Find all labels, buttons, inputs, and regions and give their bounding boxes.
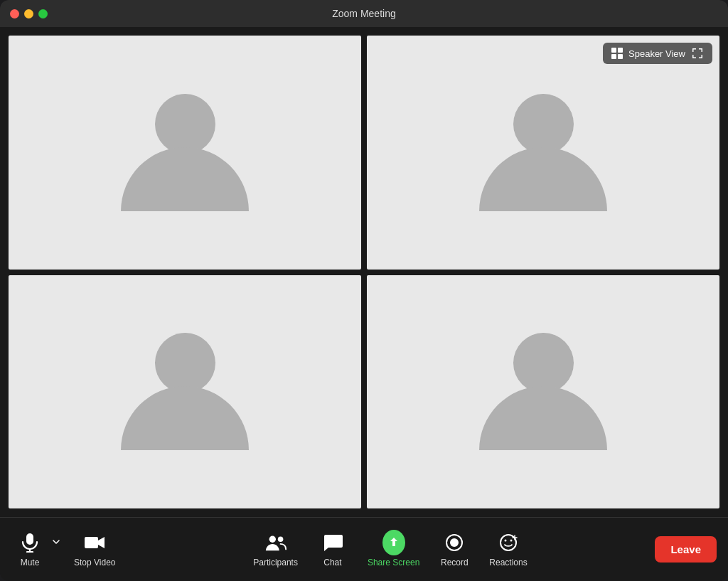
avatar-body-1	[121, 147, 249, 211]
video-tile-3	[9, 275, 361, 509]
participants-icon	[264, 531, 287, 554]
share-screen-button[interactable]: Share Screen	[358, 527, 429, 572]
avatar-placeholder-2	[479, 94, 607, 211]
reactions-button[interactable]: Reactions	[479, 527, 537, 572]
share-screen-circle	[382, 530, 405, 555]
speaker-view-button[interactable]: Speaker View	[603, 43, 712, 64]
svg-rect-0	[26, 533, 33, 545]
grid-icon	[611, 48, 623, 59]
stop-video-button[interactable]: Stop Video	[64, 527, 126, 572]
traffic-lights	[10, 9, 48, 18]
chat-button[interactable]: Chat	[308, 527, 358, 572]
reactions-label: Reactions	[489, 558, 527, 567]
share-screen-icon	[382, 531, 405, 554]
avatar-head-4	[513, 333, 574, 393]
video-tile-1	[9, 36, 361, 270]
mute-chevron[interactable]	[48, 540, 64, 560]
camera-icon	[83, 531, 106, 554]
avatar-body-3	[121, 386, 249, 450]
svg-point-4	[269, 536, 275, 543]
minimize-button[interactable]	[24, 9, 33, 18]
participants-label: Participants	[253, 558, 298, 567]
svg-point-10	[510, 540, 513, 542]
record-button[interactable]: Record	[429, 527, 479, 572]
avatar-placeholder-3	[121, 333, 249, 450]
video-tile-4	[367, 275, 719, 509]
avatar-head-3	[155, 333, 215, 393]
share-screen-label: Share Screen	[368, 558, 419, 567]
stop-video-label: Stop Video	[74, 558, 116, 567]
window-title: Zoom Meeting	[332, 8, 395, 19]
maximize-button[interactable]	[38, 9, 48, 18]
avatar-head-1	[155, 94, 215, 154]
avatar-body-2	[479, 147, 607, 211]
avatar-head-2	[513, 94, 574, 154]
svg-point-7	[450, 538, 459, 547]
mute-label: Mute	[21, 558, 40, 567]
chat-label: Chat	[323, 558, 341, 567]
speaker-view-label: Speaker View	[628, 48, 685, 59]
record-icon	[443, 531, 466, 554]
record-label: Record	[441, 558, 469, 567]
toolbar: Mute Stop Video	[0, 517, 728, 581]
mute-group: Mute	[11, 527, 64, 572]
mute-button[interactable]: Mute	[11, 527, 48, 572]
svg-rect-3	[85, 537, 98, 548]
video-area: Speaker View	[0, 27, 728, 517]
leave-button[interactable]: Leave	[655, 536, 717, 563]
expand-icon	[691, 47, 704, 60]
toolbar-center: Participants Chat Share Screen	[126, 527, 655, 572]
video-tile-2	[367, 36, 719, 270]
svg-point-5	[277, 537, 283, 543]
reactions-icon	[497, 531, 520, 554]
microphone-icon	[18, 531, 41, 554]
svg-point-9	[505, 540, 507, 542]
title-bar: Zoom Meeting	[0, 0, 728, 27]
participants-button[interactable]: Participants	[243, 527, 308, 572]
avatar-placeholder-4	[479, 333, 607, 450]
avatar-body-4	[479, 386, 607, 450]
chat-icon	[321, 531, 344, 554]
close-button[interactable]	[10, 9, 19, 18]
avatar-placeholder-1	[121, 94, 249, 211]
